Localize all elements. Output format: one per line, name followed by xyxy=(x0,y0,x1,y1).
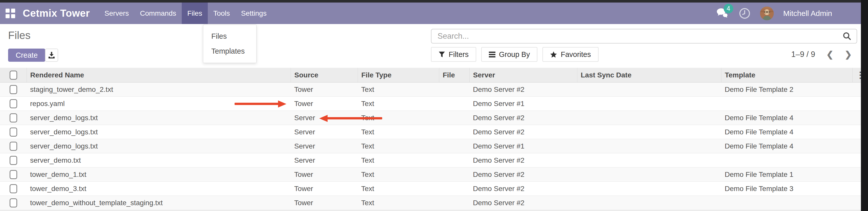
cell-source[interactable]: Server xyxy=(291,125,358,139)
cell-rendered-name[interactable]: tower_demo_1.txt xyxy=(27,168,291,182)
activities-button[interactable] xyxy=(739,8,750,19)
nav-item-settings[interactable]: Settings xyxy=(235,3,272,24)
filters-button[interactable]: Filters xyxy=(431,47,476,62)
row-checkbox[interactable] xyxy=(10,142,17,151)
column-header-last-sync-date[interactable]: Last Sync Date xyxy=(577,68,721,83)
cell-file-type[interactable]: Text xyxy=(358,182,439,196)
column-header-template[interactable]: Template xyxy=(721,68,852,83)
optional-columns-icon[interactable]: ⋮ xyxy=(856,70,861,80)
pager-next-icon[interactable]: ❯ xyxy=(845,50,852,59)
row-checkbox[interactable] xyxy=(10,184,17,193)
table-row[interactable]: server_demo_logs.txt Server Text Demo Se… xyxy=(0,139,861,153)
nav-item-files[interactable]: Files xyxy=(182,3,208,24)
cell-template[interactable]: Demo File Template 4 xyxy=(721,111,852,125)
cell-file[interactable] xyxy=(439,196,469,210)
cell-server[interactable]: Demo Server #2 xyxy=(469,153,577,168)
select-all-checkbox[interactable] xyxy=(10,70,17,80)
cell-template[interactable] xyxy=(721,196,852,210)
row-checkbox[interactable] xyxy=(10,198,17,207)
import-button[interactable] xyxy=(45,49,58,62)
row-checkbox[interactable] xyxy=(10,127,17,137)
nav-item-tools[interactable]: Tools xyxy=(208,3,235,24)
table-row[interactable]: tower_demo_without_template_staging.txt … xyxy=(0,196,861,210)
cell-rendered-name[interactable]: server_demo_logs.txt xyxy=(27,111,291,125)
cell-last-sync-date[interactable] xyxy=(577,125,721,139)
cell-last-sync-date[interactable] xyxy=(577,139,721,153)
create-button[interactable]: Create xyxy=(8,49,45,62)
cell-template[interactable]: Demo File Template 2 xyxy=(721,83,852,97)
row-checkbox[interactable] xyxy=(10,156,17,165)
dropdown-item-files[interactable]: Files xyxy=(203,29,256,44)
app-brand[interactable]: Cetmix Tower xyxy=(23,8,90,19)
row-checkbox[interactable] xyxy=(10,170,17,179)
cell-server[interactable]: Demo Server #1 xyxy=(469,139,577,153)
cell-rendered-name[interactable]: tower_demo_without_template_staging.txt xyxy=(27,196,291,210)
cell-template[interactable]: Demo File Template 4 xyxy=(721,139,852,153)
row-checkbox[interactable] xyxy=(10,85,17,94)
cell-file[interactable] xyxy=(439,139,469,153)
cell-file[interactable] xyxy=(439,153,469,168)
cell-file[interactable] xyxy=(439,97,469,111)
cell-last-sync-date[interactable] xyxy=(577,182,721,196)
cell-rendered-name[interactable]: server_demo.txt xyxy=(27,153,291,168)
cell-last-sync-date[interactable] xyxy=(577,97,721,111)
cell-file-type[interactable]: Text xyxy=(358,153,439,168)
cell-file-type[interactable]: Text xyxy=(358,97,439,111)
cell-server[interactable]: Demo Server #2 xyxy=(469,111,577,125)
cell-file[interactable] xyxy=(439,83,469,97)
cell-file[interactable] xyxy=(439,168,469,182)
table-row[interactable]: server_demo_logs.txt Server Text Demo Se… xyxy=(0,125,861,139)
table-row[interactable]: tower_demo_1.txt Tower Text Demo Server … xyxy=(0,168,861,182)
cell-source[interactable]: Tower xyxy=(291,196,358,210)
cell-file[interactable] xyxy=(439,182,469,196)
cell-file-type[interactable]: Text xyxy=(358,83,439,97)
cell-template[interactable] xyxy=(721,153,852,168)
search-input[interactable] xyxy=(431,32,842,41)
cell-last-sync-date[interactable] xyxy=(577,196,721,210)
favorites-button[interactable]: Favorites xyxy=(542,47,598,62)
cell-source[interactable]: Tower xyxy=(291,97,358,111)
group-by-button[interactable]: Group By xyxy=(481,47,538,62)
cell-file[interactable] xyxy=(439,125,469,139)
cell-source[interactable]: Tower xyxy=(291,83,358,97)
cell-file-type[interactable]: Text xyxy=(358,139,439,153)
apps-grid-icon[interactable] xyxy=(6,9,15,18)
column-header-rendered-name[interactable]: Rendered Name xyxy=(27,68,291,83)
cell-server[interactable]: Demo Server #2 xyxy=(469,182,577,196)
cell-template[interactable]: Demo File Template 4 xyxy=(721,125,852,139)
cell-rendered-name[interactable]: server_demo_logs.txt xyxy=(27,125,291,139)
search-icon[interactable] xyxy=(842,32,851,41)
cell-rendered-name[interactable]: tower_demo_3.txt xyxy=(27,182,291,196)
dropdown-item-templates[interactable]: Templates xyxy=(203,44,256,59)
avatar[interactable] xyxy=(760,7,774,20)
cell-server[interactable]: Demo Server #1 xyxy=(469,97,577,111)
column-header-source[interactable]: Source xyxy=(291,68,358,83)
cell-template[interactable]: Demo File Template 3 xyxy=(721,182,852,196)
user-name[interactable]: Mitchell Admin xyxy=(783,9,832,18)
cell-source[interactable]: Server xyxy=(291,139,358,153)
cell-server[interactable]: Demo Server #2 xyxy=(469,125,577,139)
cell-file-type[interactable]: Text xyxy=(358,196,439,210)
cell-file-type[interactable]: Text xyxy=(358,125,439,139)
cell-source[interactable]: Tower xyxy=(291,182,358,196)
pager-previous-icon[interactable]: ❮ xyxy=(826,50,834,59)
table-row[interactable]: server_demo_logs.txt Server Text Demo Se… xyxy=(0,111,861,125)
cell-template[interactable] xyxy=(721,97,852,111)
nav-item-commands[interactable]: Commands xyxy=(134,3,182,24)
cell-last-sync-date[interactable] xyxy=(577,83,721,97)
column-header-file[interactable]: File xyxy=(439,68,469,83)
cell-last-sync-date[interactable] xyxy=(577,153,721,168)
cell-template[interactable]: Demo File Template 1 xyxy=(721,168,852,182)
cell-server[interactable]: Demo Server #2 xyxy=(469,83,577,97)
cell-server[interactable]: Demo Server #2 xyxy=(469,196,577,210)
scrollbar[interactable] xyxy=(861,0,868,211)
row-checkbox[interactable] xyxy=(10,113,17,122)
messages-button[interactable]: 4 xyxy=(716,8,729,19)
cell-file[interactable] xyxy=(439,111,469,125)
cell-server[interactable]: Demo Server #2 xyxy=(469,168,577,182)
cell-last-sync-date[interactable] xyxy=(577,168,721,182)
row-checkbox[interactable] xyxy=(10,99,17,108)
nav-item-servers[interactable]: Servers xyxy=(99,3,134,24)
column-header-file-type[interactable]: File Type xyxy=(358,68,439,83)
table-row[interactable]: tower_demo_3.txt Tower Text Demo Server … xyxy=(0,182,861,196)
